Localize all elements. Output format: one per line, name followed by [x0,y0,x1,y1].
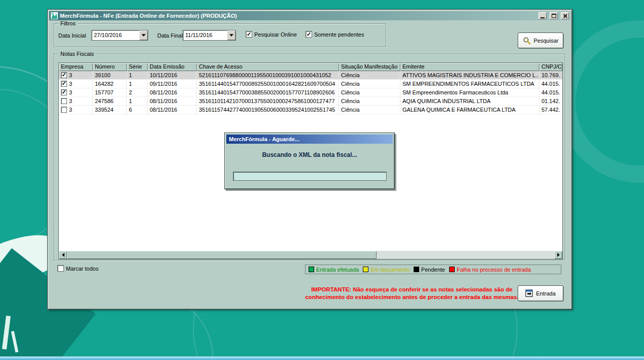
data-inicial-combobox[interactable]: 27/10/2016 [91,30,148,41]
search-icon [523,37,531,45]
column-header-empresa[interactable]: Empresa [59,63,93,71]
legend-swatch-green [309,267,314,272]
row-checkbox[interactable]: ✓ [61,72,67,78]
maximize-icon [552,14,556,18]
cell-cnpj: 44.015. [539,88,562,97]
somente-pendentes-checkbox[interactable]: ✓ Somente pendentes [306,31,364,38]
close-button[interactable] [561,12,569,19]
cell-numero: 164282 [93,80,127,88]
cell-numero: 339524 [93,106,127,114]
chevron-down-icon [229,34,233,37]
column-header-emitente[interactable]: Emitente [400,63,539,71]
arrow-right-icon [557,253,560,257]
data-final-combobox[interactable]: 11/11/2016 [183,30,236,41]
scroll-left-button[interactable] [59,251,67,259]
pesquisar-online-checkbox[interactable]: ✓ Pesquisar Online [246,31,297,38]
cell-cnpj: 44.015. [539,80,562,88]
cell-emissao: 09/11/2016 [148,80,197,88]
wait-dialog: MerchFórmula - Aguarde... Buscando o XML… [224,133,395,189]
cell-emitente: SM EMPREENDIMENTOS FARMACEUTICOS LTDA [400,80,539,88]
data-final-value[interactable]: 11/11/2016 [183,30,227,40]
cell-chave: 3516110114210700013755001000247586100012… [197,97,339,106]
column-header-numero[interactable]: Número [93,63,127,71]
cell-emitente: GALENA QUIMICA E FARMACEUTICA LTDA [400,106,539,114]
legend-label: Pendente [421,267,445,273]
arrow-left-icon [62,253,64,257]
cell-emissao: 10/11/2016 [148,71,197,80]
pesquisar-button[interactable]: Pesquisar [518,32,563,48]
entrada-button-label: Entrada [536,290,556,297]
cell-numero: 39100 [93,71,127,80]
warning-line2: conhecimento do estabelecimento antes de… [276,293,548,301]
window-title: MerchFórmula - NFe (Entrada Online de Fo… [60,13,535,19]
minimize-button[interactable] [538,12,547,19]
column-header-chave[interactable]: Chave de Acesso [197,63,339,71]
marcar-todos-checkbox[interactable]: Marcar todos [57,265,98,272]
legend-item-entrada-efetuada: Entrada efetuada [309,267,359,273]
cell-empresa: 3 [69,107,72,113]
cell-emitente: AQIA QUIMICA INDUSTRIAL LTDA [400,97,539,106]
scrollbar-track[interactable] [67,251,554,259]
cell-emitente: SM Empreendimentos Farmaceuticos Ltda [400,88,539,97]
cell-serie: 6 [127,106,148,114]
row-checkbox[interactable]: ✓ [61,81,67,87]
notas-legend: Notas Fiscais [58,51,96,57]
minimize-icon [540,17,545,18]
table-row[interactable]: ✓ 3 39100 1 10/11/2016 52161110769880000… [59,71,562,80]
data-inicial-value[interactable]: 27/10/2016 [92,30,139,40]
checkbox-box[interactable] [57,265,64,272]
legend-swatch-black [414,267,419,272]
cell-empresa: 3 [69,72,72,78]
cell-serie: 1 [127,80,148,88]
desktop-art-bar [11,331,19,352]
table-row[interactable]: ✓ 3 164282 1 09/11/2016 3516114401547700… [59,80,562,88]
row-checkbox[interactable] [61,107,67,113]
progress-bar [233,172,387,181]
cell-serie: 2 [127,88,148,97]
window-titlebar[interactable]: MerchFórmula - NFe (Entrada Online de Fo… [49,11,570,20]
scrollbar-thumb[interactable] [67,251,377,259]
column-header-emissao[interactable]: Data Emissão [148,63,197,71]
data-final-label: Data Final [157,32,183,39]
filters-legend: Filtros [58,20,78,26]
cell-cnpj: 01.142. [539,97,562,106]
data-final-dropdown-button[interactable] [227,30,235,40]
column-header-cnpj[interactable]: CNPJ/C [539,63,562,71]
row-checkbox[interactable]: ✓ [61,89,67,95]
cell-empresa: 3 [69,89,72,95]
checkbox-box[interactable]: ✓ [246,31,252,38]
scroll-right-button[interactable] [554,251,562,259]
table-row[interactable]: ✓ 3 157707 2 08/11/2016 3516114401547700… [59,88,562,97]
wait-dialog-message: Buscando o XML da nota fiscal... [225,151,394,158]
legend-label: Em lançamento [370,267,409,273]
cell-situacao: Ciência [339,97,400,106]
cell-emissao: 08/11/2016 [148,106,197,114]
legend-item-em-lancamento: Em lançamento [363,267,409,273]
check-icon: ✓ [61,89,66,95]
cell-chave: 5216111076988000011955001000391001000431… [197,71,339,80]
checkbox-box[interactable]: ✓ [306,31,312,38]
cell-situacao: Ciência [339,106,400,114]
chevron-down-icon [142,34,146,37]
cell-situacao: Ciência [339,71,400,80]
check-icon: ✓ [61,81,66,86]
row-checkbox[interactable] [61,98,67,104]
entrada-button[interactable]: Entrada [518,285,563,301]
pesquisar-button-label: Pesquisar [534,38,559,44]
table-row[interactable]: 3 339524 6 08/11/2016 351611574427740001… [59,106,562,114]
cell-chave: 3516114401547700038855002000157707110890… [197,88,339,97]
column-header-situacao[interactable]: Situação Manifestação [339,63,400,71]
horizontal-scrollbar[interactable] [59,251,562,259]
cell-cnpj: 10.769. [539,71,562,80]
column-header-serie[interactable]: Série [127,63,148,71]
table-row[interactable]: 3 247586 1 08/11/2016 351611011421070001… [59,97,562,106]
desktop-art-bar [2,316,11,350]
wait-dialog-titlebar[interactable]: MerchFórmula - Aguarde... [226,135,393,144]
data-inicial-dropdown-button[interactable] [139,30,148,40]
maximize-button[interactable] [550,12,558,19]
cell-chave: 3516115744277400019055006000339524100255… [197,106,339,114]
cell-emissao: 08/11/2016 [148,97,197,106]
pesquisar-online-label: Pesquisar Online [254,31,297,38]
data-inicial-label: Data Inicial [58,32,86,39]
cell-situacao: Ciência [339,88,400,97]
